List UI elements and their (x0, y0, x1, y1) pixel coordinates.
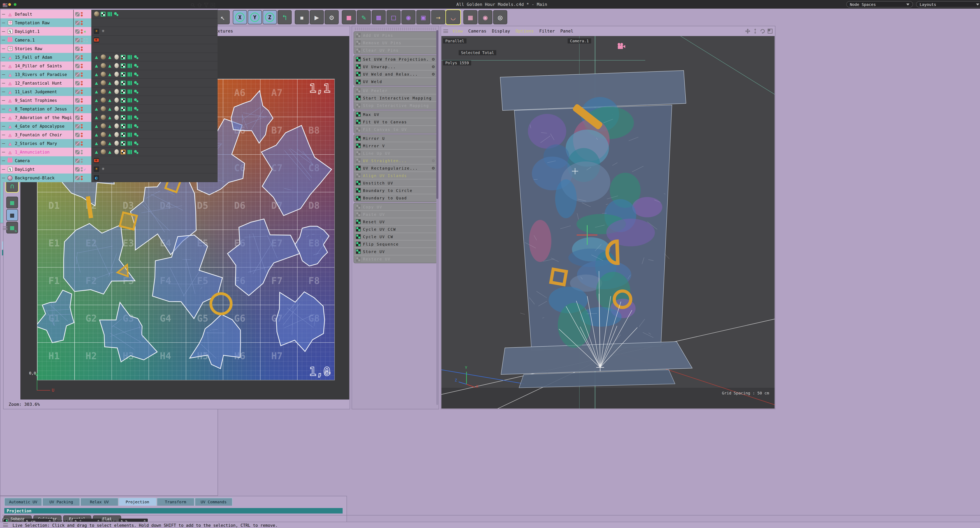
layer-toggle[interactable] (75, 176, 80, 180)
polygon-selection-tag-icon[interactable] (127, 97, 132, 103)
material-tag2-icon[interactable] (114, 140, 119, 146)
layer-toggle[interactable] (75, 21, 80, 25)
visibility-dots[interactable] (81, 46, 83, 51)
planar-workplane-button[interactable]: ▦↻ (6, 222, 18, 233)
layer-toggle[interactable] (75, 150, 80, 154)
triangle-tag-icon[interactable]: ▲ (94, 132, 99, 137)
toggle-view-icon[interactable] (768, 29, 773, 33)
visibility-dots[interactable] (81, 159, 83, 163)
triangle-tag-icon[interactable]: ▲ (107, 89, 113, 94)
triangle-tag-icon[interactable]: ▲ (107, 97, 113, 103)
material-tag-icon[interactable] (100, 106, 106, 111)
visibility-dots[interactable] (81, 72, 83, 76)
pan-view-icon[interactable] (745, 29, 750, 33)
material-tag2-icon[interactable] (114, 63, 119, 68)
material-tag-icon[interactable] (100, 97, 106, 103)
viewport-3d-view[interactable]: Parallel Camera.1 Selected Total Polys 1… (441, 36, 775, 409)
triangle-tag-icon[interactable]: ▲ (107, 80, 113, 86)
polygon-selection-tag-icon[interactable] (127, 149, 132, 154)
object-row-daylight-1[interactable]: ↯DayLight.1×☀☼ (0, 27, 218, 36)
uvw-tag-icon[interactable] (120, 123, 126, 128)
layer-toggle[interactable] (75, 89, 80, 94)
object-row-2-stories-of-mary[interactable]: ▲2_Stories of Mary▲▲ (0, 139, 218, 147)
layer-toggle[interactable] (75, 107, 80, 111)
triangle-tag-icon[interactable]: ▲ (94, 97, 99, 103)
triangle-tag-icon[interactable]: ▲ (94, 149, 99, 154)
uvw-tag-icon[interactable] (120, 149, 126, 154)
render-settings-button[interactable]: ⚙ (325, 10, 339, 24)
object-row-default[interactable]: ▲Default (0, 10, 218, 18)
uv-tool-cycle-uv-ccw[interactable]: Cycle UV CCW (354, 226, 437, 233)
triangle-tag-icon[interactable]: ▲ (107, 149, 113, 154)
triangle-tag-icon[interactable]: ▲ (107, 140, 113, 146)
layer-toggle[interactable] (75, 29, 80, 33)
add-view-icon[interactable] (210, 3, 215, 8)
tool-options-gear-icon[interactable]: ⚙ (432, 165, 435, 171)
viewport-menu-panel[interactable]: Panel (558, 29, 576, 33)
object-row-camera-1[interactable]: Camera.1 (0, 36, 218, 44)
phong-tag-icon[interactable] (134, 132, 139, 137)
triangle-tag-icon[interactable]: ▲ (94, 63, 99, 68)
object-row-7-adoration-of-the-magi[interactable]: ▲7_Adoration of the Magi▲▲ (0, 113, 218, 122)
uvw-tag-icon[interactable] (120, 71, 126, 77)
triangle-tag-icon[interactable]: ▲ (94, 114, 99, 120)
viewport-menu-view[interactable]: View (450, 29, 466, 33)
uvw-tag-icon[interactable] (120, 106, 126, 111)
pen-tool-button[interactable]: ✎ (357, 10, 371, 24)
camera-tag-icon[interactable] (94, 158, 99, 163)
material-tag2-icon[interactable] (114, 132, 119, 137)
polygon-selection-tag-icon[interactable] (127, 132, 132, 137)
phong-tag-icon[interactable] (134, 106, 139, 111)
phong-tag-icon[interactable] (134, 149, 139, 154)
object-row-8-temptation-of-jesus[interactable]: ▲8_Temptation of Jesus▲▲ (0, 105, 218, 113)
material-tag2-icon[interactable] (114, 123, 119, 128)
phong-tag-icon[interactable] (134, 140, 139, 146)
object-row-11-last-judgement[interactable]: ▲11_Last Judgement▲▲ (0, 87, 218, 96)
layer-toggle[interactable] (75, 38, 80, 42)
material-tag2-icon[interactable] (114, 80, 119, 86)
polygon-selection-tag-icon[interactable] (127, 106, 132, 111)
layer-toggle[interactable] (75, 115, 80, 120)
polygon-selection-tag-icon[interactable] (127, 54, 132, 60)
material-tag-icon[interactable] (100, 149, 106, 154)
object-row-1-annunciation[interactable]: ▲1_Annunciation▲▲ (0, 147, 218, 156)
layer-toggle[interactable] (75, 141, 80, 146)
visibility-dots[interactable] (81, 21, 83, 25)
triangle-tag-icon[interactable]: ▲ (94, 89, 99, 94)
material-tag2-icon[interactable] (114, 106, 119, 111)
enabled-x-icon[interactable]: × (84, 29, 86, 33)
panel-grip[interactable] (354, 27, 436, 30)
polygon-selection-tag-icon[interactable] (127, 123, 132, 128)
phong-tag-icon[interactable] (134, 89, 139, 94)
visibility-dots[interactable] (81, 107, 83, 111)
uv-tool-fit-uv-to-canvas[interactable]: Fit UV to Canvas (354, 118, 437, 126)
ffd-object-button[interactable]: ◉ (401, 10, 415, 24)
tab-uv-packing[interactable]: UV Packing (42, 498, 80, 506)
object-row-15-fall-of-adam[interactable]: ▲15_Fall of Adam▲▲ (0, 53, 218, 62)
uvw-tag-icon[interactable] (120, 89, 126, 94)
visibility-dots[interactable] (81, 150, 83, 154)
triangle-tag-icon[interactable]: ▲ (107, 132, 113, 137)
uv-tool-uv-weld[interactable]: UV Weld (354, 78, 437, 86)
phong-tag-icon[interactable] (134, 71, 139, 77)
object-row-camera[interactable]: Camera (0, 156, 218, 165)
filter-icon[interactable] (204, 3, 208, 8)
phong-tag-icon[interactable] (134, 97, 139, 103)
material-tag2-icon[interactable] (114, 114, 119, 120)
uvw-tag-icon[interactable] (120, 54, 126, 60)
scroll-to-first-icon[interactable] (197, 3, 202, 8)
triangle-tag-icon[interactable]: ▲ (94, 80, 99, 86)
visibility-dots[interactable] (81, 38, 83, 42)
visibility-dots[interactable] (81, 12, 83, 16)
bend-deformer-button[interactable]: ◡ (446, 10, 460, 24)
polygon-selection-tag-icon[interactable] (127, 89, 132, 94)
viewport-menu-display[interactable]: Display (489, 29, 513, 33)
lock-x-axis-button[interactable]: X (233, 10, 247, 24)
node-spaces-dropdown[interactable]: Node Spaces (846, 1, 913, 8)
uv-tool-flip-sequence[interactable]: Flip Sequence (354, 241, 437, 248)
layer-toggle[interactable] (75, 124, 80, 128)
light-object-button[interactable]: ◎ (493, 10, 507, 24)
triangle-tag-icon[interactable]: ▲ (107, 114, 113, 120)
polygon-selection-tag-icon[interactable] (127, 140, 132, 146)
uvw-tag-icon[interactable] (120, 97, 126, 103)
